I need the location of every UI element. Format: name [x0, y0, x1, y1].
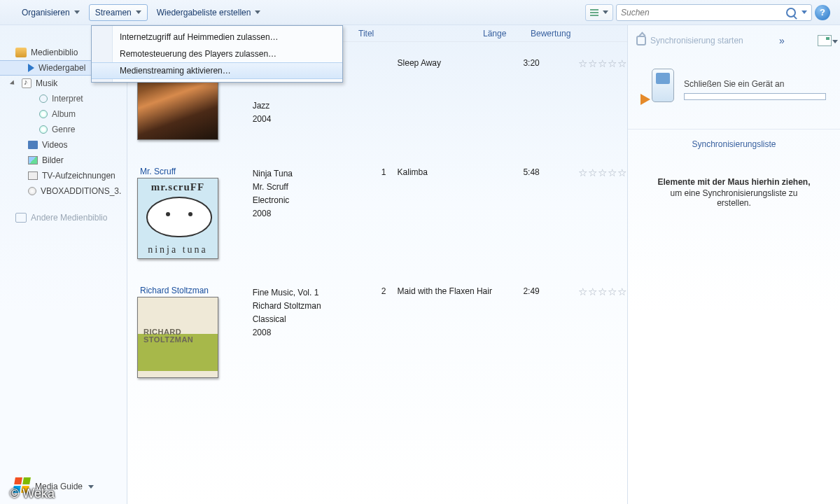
stream-dropdown: Internetzugriff auf Heimmedien zulassen…… [91, 25, 343, 83]
menu-item-remote-control[interactable]: Remotesteuerung des Players zulassen… [92, 46, 342, 62]
track-rating[interactable]: ☆☆☆☆☆ [578, 286, 627, 378]
chevron-down-icon [603, 10, 608, 14]
sync-drop-text: um eine Synchronisierungsliste zu erstel… [657, 188, 811, 208]
sidebar-item-label: VBOXADDITIONS_3. [41, 186, 121, 196]
sync-header: Synchronisierung starten » [628, 25, 840, 56]
create-playlist-label: Wiedergabeliste erstellen [157, 8, 251, 18]
device-icon [642, 69, 674, 111]
album-year: 2008 [253, 207, 362, 220]
connect-device-label: Schließen Sie ein Gerät an [684, 79, 826, 89]
sidebar-item-vbox[interactable]: VBOXADDITIONS_3. [0, 183, 127, 199]
view-options-button[interactable] [585, 4, 613, 21]
album-year: 2008 [253, 326, 362, 340]
chevron-down-icon [832, 40, 838, 43]
album-artist: Richard Stoltzman [253, 300, 362, 313]
album-row: Mr. Scruff mr.scruFF ninja tuna Ninja Tu… [129, 161, 627, 280]
music-icon [22, 78, 31, 88]
search-box[interactable] [616, 4, 812, 21]
organize-button[interactable]: Organisieren [15, 4, 86, 21]
play-icon [28, 64, 34, 72]
sidebar-item-label: Album [52, 109, 76, 119]
album-year: 2004 [253, 113, 362, 126]
sidebar-item-tv[interactable]: TV-Aufzeichnungen [0, 168, 127, 183]
chevrons-right-icon[interactable]: » [779, 35, 782, 46]
cd-icon [28, 187, 36, 195]
sidebar-item-label: Bilder [42, 155, 64, 165]
album-row: Richard Stoltzman RICHARDSTOLTZMAN Fine … [129, 280, 627, 399]
person-icon [39, 94, 48, 103]
column-title[interactable]: Titel [358, 25, 483, 41]
expander-icon[interactable] [10, 80, 16, 86]
device-capacity-bar [684, 93, 826, 100]
sidebar-item-artist[interactable]: Interpret [0, 91, 127, 106]
track-number [373, 57, 386, 140]
chevron-down-icon [88, 485, 94, 489]
stream-label: Streamen [95, 8, 132, 18]
artist-link[interactable]: Mr. Scruff [133, 167, 241, 176]
chevron-down-icon [74, 10, 80, 14]
organize-label: Organisieren [22, 8, 70, 18]
chevron-down-icon [136, 10, 141, 14]
track-number: 2 [373, 286, 386, 378]
cover-text: mr.scruFF [138, 181, 218, 193]
sidebar-item-other-libraries[interactable]: Andere Medienbiblio [0, 210, 127, 225]
tv-icon [28, 172, 38, 180]
column-length[interactable]: Länge [483, 25, 531, 41]
chevron-down-icon[interactable] [802, 10, 807, 14]
toolbar: Organisieren Streamen Wiedergabeliste er… [0, 0, 840, 25]
track-rating[interactable]: ☆☆☆☆☆ [578, 167, 627, 259]
sidebar-item-videos[interactable]: Videos [0, 137, 127, 153]
track-title[interactable]: Maid with the Flaxen Hair [398, 286, 512, 378]
track-title[interactable]: Kalimba [398, 167, 512, 259]
stream-button[interactable]: Streamen [89, 4, 148, 21]
sync-drop-zone[interactable]: Elemente mit der Maus hierhin ziehen, um… [642, 170, 826, 483]
sidebar-item-label: Videos [42, 140, 67, 150]
help-button[interactable]: ? [815, 5, 830, 20]
search-icon[interactable] [786, 8, 796, 18]
pane-options-button[interactable] [818, 35, 832, 46]
sidebar-item-genre[interactable]: Genre [0, 122, 127, 137]
sync-drop-bold: Elemente mit der Maus hierhin ziehen, [657, 177, 810, 187]
album-title: Fine Music, Vol. 1 [253, 286, 362, 300]
sync-start-label: Synchronisierung starten [650, 36, 743, 46]
track-list: Jazz 2004 Sleep Away 3:20 ☆☆☆☆☆ Mr. Scru… [127, 42, 627, 504]
sidebar-item-label: Interpret [52, 94, 83, 104]
album-artist: Mr. Scruff [253, 181, 362, 194]
copyright-watermark: © Weka [10, 486, 55, 501]
sync-pane: Synchronisierung starten » Schließen Sie… [627, 25, 840, 504]
list-icon [590, 9, 598, 16]
column-rating[interactable]: Bewertung [531, 25, 615, 41]
artist-link[interactable]: Richard Stoltzman [133, 286, 241, 295]
disc-icon [39, 125, 48, 134]
sidebar-item-album[interactable]: Album [0, 106, 127, 122]
sync-list-title: Synchronisierungsliste [628, 130, 840, 149]
album-meta: Ninja Tuna Mr. Scruff Electronic 2008 [253, 167, 362, 259]
sync-start-button: Synchronisierung starten [636, 36, 743, 46]
track-rating[interactable]: ☆☆☆☆☆ [578, 57, 627, 140]
film-icon [28, 141, 38, 149]
cover-text: ninja tuna [138, 244, 218, 255]
sidebar-item-pictures[interactable]: Bilder [0, 153, 127, 168]
picture-icon [28, 156, 38, 164]
main-content: Titel Länge Bewertung Jazz 2004 Sleep Aw… [127, 25, 627, 504]
album-title: Ninja Tuna [253, 167, 362, 181]
album-genre: Jazz [253, 99, 362, 113]
album-genre: Electronic [253, 194, 362, 207]
album-meta: Fine Music, Vol. 1 Richard Stoltzman Cla… [253, 286, 362, 378]
menu-item-enable-streaming[interactable]: Medienstreaming aktivieren… [92, 62, 342, 79]
sidebar-item-label: TV-Aufzeichnungen [42, 171, 115, 181]
album-cover[interactable]: mr.scruFF ninja tuna [137, 178, 218, 259]
track-length: 3:20 [523, 57, 567, 140]
sidebar-item-label: Musik [36, 78, 57, 88]
track-length: 5:48 [523, 167, 567, 259]
menu-item-internet-access[interactable]: Internetzugriff auf Heimmedien zulassen… [92, 29, 342, 46]
track-title[interactable]: Sleep Away [398, 57, 512, 140]
search-input[interactable] [621, 8, 782, 18]
disc-icon [39, 110, 48, 118]
sidebar-item-label: Medienbiblio [31, 48, 78, 57]
album-genre: Classical [253, 313, 362, 326]
create-playlist-button[interactable]: Wiedergabeliste erstellen [150, 4, 267, 21]
sidebar-item-label: Wiedergabel [38, 63, 85, 73]
album-cover[interactable]: RICHARDSTOLTZMAN [137, 297, 218, 378]
sidebar-item-label: Genre [52, 125, 75, 134]
